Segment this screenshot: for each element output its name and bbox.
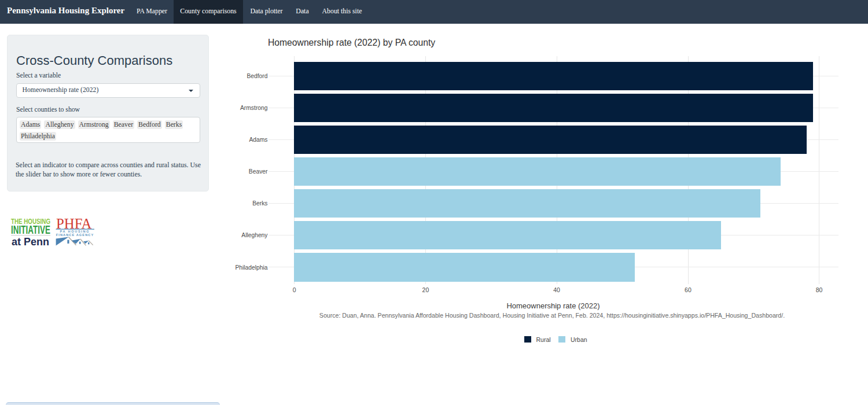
svg-text:INITIATIVE: INITIATIVE [11,223,50,236]
svg-text:at Penn: at Penn [12,236,49,248]
svg-text:FINANCE AGENCY: FINANCE AGENCY [56,233,94,237]
